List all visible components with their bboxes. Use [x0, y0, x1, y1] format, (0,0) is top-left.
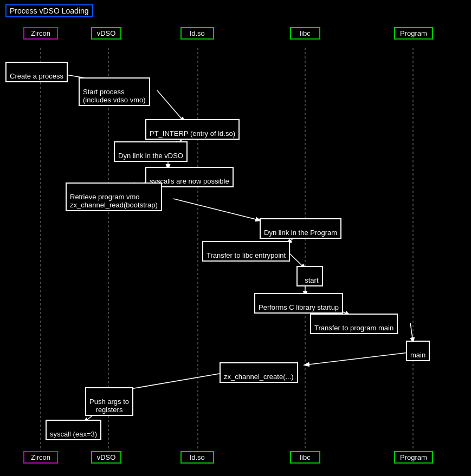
step-syscall: syscall (eax=3): [46, 420, 101, 440]
diagram: Process vDSO Loading Zircon vDSO ld.so l…: [0, 0, 471, 476]
step-create-process: Create a process: [5, 62, 68, 82]
title-box: Process vDSO Loading: [5, 4, 93, 17]
header-zircon-bottom: Zircon: [23, 451, 58, 464]
svg-line-10: [173, 199, 260, 220]
header-libc-bottom: libc: [290, 451, 320, 464]
header-vdso-bottom: vDSO: [91, 451, 121, 464]
svg-line-6: [157, 90, 184, 122]
step-retrieve-program-vmo: Retrieve program vmo zx_channel_read(boo…: [66, 182, 162, 211]
header-vdso-top: vDSO: [91, 27, 121, 40]
arrows-svg: [0, 0, 471, 476]
step-main: main: [406, 341, 430, 361]
step-zx-channel-create: zx_channel_create(...): [220, 362, 298, 383]
svg-line-16: [305, 352, 413, 365]
header-ldso-top: ld.so: [180, 27, 214, 40]
step-start: _start: [296, 266, 323, 286]
step-dyn-link-vdso: Dyn link in the vDSO: [114, 141, 188, 162]
header-program-top: Program: [394, 27, 433, 40]
svg-line-15: [410, 323, 413, 342]
header-program-bottom: Program: [394, 451, 433, 464]
step-transfer-main: Transfer to program main: [310, 314, 398, 334]
title-text: Process vDSO Loading: [10, 6, 89, 15]
step-c-library-startup: Performs C library startup: [254, 293, 343, 314]
step-dyn-link-program: Dyn link in the Program: [260, 218, 341, 239]
step-transfer-libc: Transfer to libc entrypoint: [202, 241, 290, 262]
header-ldso-bottom: ld.so: [180, 451, 214, 464]
step-start-process: Start process (includes vdso vmo): [79, 77, 150, 106]
header-zircon-top: Zircon: [23, 27, 58, 40]
step-push-args: Push args to registers: [85, 387, 133, 416]
header-libc-top: libc: [290, 27, 320, 40]
step-pt-interp: PT_INTERP (entry of ld.so): [145, 119, 240, 140]
